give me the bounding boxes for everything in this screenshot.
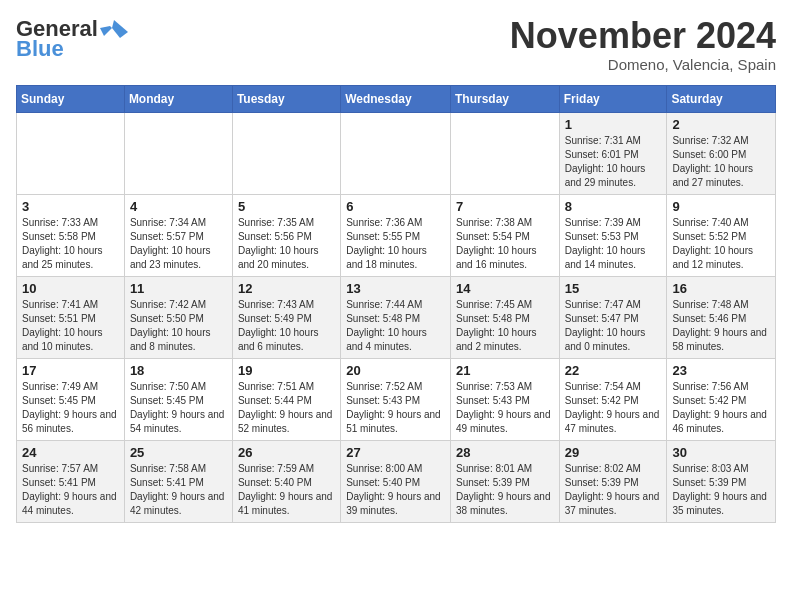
day-info: Sunrise: 7:41 AMSunset: 5:51 PMDaylight:… (22, 298, 119, 354)
day-number: 13 (346, 281, 445, 296)
calendar-cell: 6Sunrise: 7:36 AMSunset: 5:55 PMDaylight… (341, 194, 451, 276)
svg-marker-0 (112, 20, 128, 38)
calendar-week-1: 1Sunrise: 7:31 AMSunset: 6:01 PMDaylight… (17, 112, 776, 194)
day-info: Sunrise: 7:49 AMSunset: 5:45 PMDaylight:… (22, 380, 119, 436)
calendar-cell: 11Sunrise: 7:42 AMSunset: 5:50 PMDayligh… (124, 276, 232, 358)
col-header-sunday: Sunday (17, 85, 125, 112)
day-info: Sunrise: 7:31 AMSunset: 6:01 PMDaylight:… (565, 134, 662, 190)
day-info: Sunrise: 7:58 AMSunset: 5:41 PMDaylight:… (130, 462, 227, 518)
calendar-cell (232, 112, 340, 194)
day-number: 21 (456, 363, 554, 378)
day-info: Sunrise: 7:50 AMSunset: 5:45 PMDaylight:… (130, 380, 227, 436)
calendar-cell: 20Sunrise: 7:52 AMSunset: 5:43 PMDayligh… (341, 358, 451, 440)
day-info: Sunrise: 7:32 AMSunset: 6:00 PMDaylight:… (672, 134, 770, 190)
calendar-header-row: SundayMondayTuesdayWednesdayThursdayFrid… (17, 85, 776, 112)
calendar-cell: 1Sunrise: 7:31 AMSunset: 6:01 PMDaylight… (559, 112, 667, 194)
day-info: Sunrise: 7:47 AMSunset: 5:47 PMDaylight:… (565, 298, 662, 354)
day-number: 1 (565, 117, 662, 132)
calendar-cell: 12Sunrise: 7:43 AMSunset: 5:49 PMDayligh… (232, 276, 340, 358)
day-info: Sunrise: 7:48 AMSunset: 5:46 PMDaylight:… (672, 298, 770, 354)
day-number: 28 (456, 445, 554, 460)
day-info: Sunrise: 7:36 AMSunset: 5:55 PMDaylight:… (346, 216, 445, 272)
calendar-cell: 14Sunrise: 7:45 AMSunset: 5:48 PMDayligh… (450, 276, 559, 358)
day-number: 9 (672, 199, 770, 214)
col-header-wednesday: Wednesday (341, 85, 451, 112)
calendar-week-2: 3Sunrise: 7:33 AMSunset: 5:58 PMDaylight… (17, 194, 776, 276)
day-info: Sunrise: 7:59 AMSunset: 5:40 PMDaylight:… (238, 462, 335, 518)
logo: General Blue (16, 16, 128, 62)
calendar-cell (450, 112, 559, 194)
day-info: Sunrise: 8:02 AMSunset: 5:39 PMDaylight:… (565, 462, 662, 518)
day-info: Sunrise: 7:44 AMSunset: 5:48 PMDaylight:… (346, 298, 445, 354)
day-info: Sunrise: 8:01 AMSunset: 5:39 PMDaylight:… (456, 462, 554, 518)
day-number: 30 (672, 445, 770, 460)
calendar-week-4: 17Sunrise: 7:49 AMSunset: 5:45 PMDayligh… (17, 358, 776, 440)
calendar-cell: 2Sunrise: 7:32 AMSunset: 6:00 PMDaylight… (667, 112, 776, 194)
day-info: Sunrise: 7:35 AMSunset: 5:56 PMDaylight:… (238, 216, 335, 272)
col-header-saturday: Saturday (667, 85, 776, 112)
day-info: Sunrise: 7:40 AMSunset: 5:52 PMDaylight:… (672, 216, 770, 272)
day-number: 17 (22, 363, 119, 378)
col-header-friday: Friday (559, 85, 667, 112)
day-number: 7 (456, 199, 554, 214)
day-info: Sunrise: 7:52 AMSunset: 5:43 PMDaylight:… (346, 380, 445, 436)
logo-text-blue: Blue (16, 36, 64, 62)
day-number: 23 (672, 363, 770, 378)
day-number: 6 (346, 199, 445, 214)
calendar-cell: 5Sunrise: 7:35 AMSunset: 5:56 PMDaylight… (232, 194, 340, 276)
day-number: 11 (130, 281, 227, 296)
calendar-cell: 3Sunrise: 7:33 AMSunset: 5:58 PMDaylight… (17, 194, 125, 276)
calendar-cell: 24Sunrise: 7:57 AMSunset: 5:41 PMDayligh… (17, 440, 125, 522)
day-number: 29 (565, 445, 662, 460)
day-number: 3 (22, 199, 119, 214)
col-header-thursday: Thursday (450, 85, 559, 112)
col-header-tuesday: Tuesday (232, 85, 340, 112)
day-info: Sunrise: 7:38 AMSunset: 5:54 PMDaylight:… (456, 216, 554, 272)
calendar-cell: 27Sunrise: 8:00 AMSunset: 5:40 PMDayligh… (341, 440, 451, 522)
day-info: Sunrise: 7:33 AMSunset: 5:58 PMDaylight:… (22, 216, 119, 272)
day-number: 24 (22, 445, 119, 460)
calendar-cell: 4Sunrise: 7:34 AMSunset: 5:57 PMDaylight… (124, 194, 232, 276)
svg-marker-1 (100, 26, 112, 36)
day-number: 22 (565, 363, 662, 378)
title-area: November 2024 Domeno, Valencia, Spain (510, 16, 776, 73)
day-info: Sunrise: 7:56 AMSunset: 5:42 PMDaylight:… (672, 380, 770, 436)
calendar-cell: 10Sunrise: 7:41 AMSunset: 5:51 PMDayligh… (17, 276, 125, 358)
day-info: Sunrise: 7:57 AMSunset: 5:41 PMDaylight:… (22, 462, 119, 518)
page-header: General Blue November 2024 Domeno, Valen… (16, 16, 776, 73)
calendar-cell: 18Sunrise: 7:50 AMSunset: 5:45 PMDayligh… (124, 358, 232, 440)
calendar-cell: 17Sunrise: 7:49 AMSunset: 5:45 PMDayligh… (17, 358, 125, 440)
day-info: Sunrise: 7:51 AMSunset: 5:44 PMDaylight:… (238, 380, 335, 436)
day-info: Sunrise: 7:42 AMSunset: 5:50 PMDaylight:… (130, 298, 227, 354)
month-title: November 2024 (510, 16, 776, 56)
calendar-week-3: 10Sunrise: 7:41 AMSunset: 5:51 PMDayligh… (17, 276, 776, 358)
calendar-cell (17, 112, 125, 194)
calendar-cell: 22Sunrise: 7:54 AMSunset: 5:42 PMDayligh… (559, 358, 667, 440)
calendar-cell: 30Sunrise: 8:03 AMSunset: 5:39 PMDayligh… (667, 440, 776, 522)
day-info: Sunrise: 7:34 AMSunset: 5:57 PMDaylight:… (130, 216, 227, 272)
calendar-cell: 26Sunrise: 7:59 AMSunset: 5:40 PMDayligh… (232, 440, 340, 522)
calendar-cell: 8Sunrise: 7:39 AMSunset: 5:53 PMDaylight… (559, 194, 667, 276)
calendar-table: SundayMondayTuesdayWednesdayThursdayFrid… (16, 85, 776, 523)
day-number: 16 (672, 281, 770, 296)
calendar-cell: 23Sunrise: 7:56 AMSunset: 5:42 PMDayligh… (667, 358, 776, 440)
day-number: 25 (130, 445, 227, 460)
calendar-cell: 28Sunrise: 8:01 AMSunset: 5:39 PMDayligh… (450, 440, 559, 522)
day-number: 14 (456, 281, 554, 296)
day-number: 12 (238, 281, 335, 296)
calendar-cell: 13Sunrise: 7:44 AMSunset: 5:48 PMDayligh… (341, 276, 451, 358)
calendar-cell (341, 112, 451, 194)
calendar-week-5: 24Sunrise: 7:57 AMSunset: 5:41 PMDayligh… (17, 440, 776, 522)
day-number: 2 (672, 117, 770, 132)
day-number: 10 (22, 281, 119, 296)
calendar-cell: 21Sunrise: 7:53 AMSunset: 5:43 PMDayligh… (450, 358, 559, 440)
logo-bird-icon (100, 18, 128, 40)
calendar-cell: 7Sunrise: 7:38 AMSunset: 5:54 PMDaylight… (450, 194, 559, 276)
col-header-monday: Monday (124, 85, 232, 112)
calendar-cell: 25Sunrise: 7:58 AMSunset: 5:41 PMDayligh… (124, 440, 232, 522)
day-number: 8 (565, 199, 662, 214)
calendar-cell: 9Sunrise: 7:40 AMSunset: 5:52 PMDaylight… (667, 194, 776, 276)
calendar-cell: 29Sunrise: 8:02 AMSunset: 5:39 PMDayligh… (559, 440, 667, 522)
day-number: 27 (346, 445, 445, 460)
calendar-cell (124, 112, 232, 194)
